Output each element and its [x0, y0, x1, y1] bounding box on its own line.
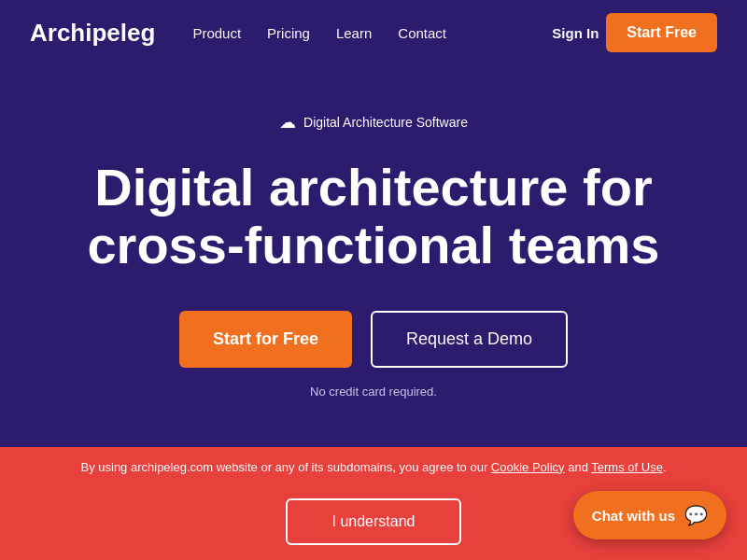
chat-label: Chat with us	[592, 508, 675, 524]
chat-bubble-icon: 💬	[684, 504, 708, 526]
nav-links: Product Pricing Learn Contact	[192, 25, 552, 41]
hero-title-line2: cross-functional teams	[87, 216, 659, 274]
understand-button[interactable]: I understand	[286, 498, 462, 545]
nav-learn[interactable]: Learn	[336, 25, 372, 41]
chat-widget[interactable]: Chat with us 💬	[573, 491, 726, 539]
start-free-nav-button[interactable]: Start Free	[606, 13, 717, 52]
cookie-policy-link[interactable]: Cookie Policy	[491, 460, 565, 474]
logo: Archipeleg	[30, 19, 155, 48]
nav-product[interactable]: Product	[192, 25, 241, 41]
navbar: Archipeleg Product Pricing Learn Contact…	[0, 0, 747, 65]
request-demo-button[interactable]: Request a Demo	[371, 311, 568, 368]
hero-buttons: Start for Free Request a Demo	[179, 311, 568, 368]
cookie-banner: By using archipeleg.com website or any o…	[0, 447, 747, 488]
nav-pricing[interactable]: Pricing	[267, 25, 310, 41]
no-credit-text: No credit card required.	[310, 385, 437, 399]
hero-title-line1: Digital architecture for	[94, 158, 652, 217]
hero-title: Digital architecture for cross-functiona…	[87, 159, 659, 273]
hero-badge-text: Digital Architecture Software	[303, 115, 468, 130]
cookie-text-before: By using archipeleg.com website or any o…	[80, 460, 490, 474]
cloud-icon: ☁	[279, 112, 296, 133]
page-wrapper: Archipeleg Product Pricing Learn Contact…	[0, 0, 747, 560]
signin-link[interactable]: Sign In	[552, 25, 599, 41]
terms-link[interactable]: Terms of Use	[591, 460, 663, 474]
cookie-text-middle: and	[565, 460, 592, 474]
cookie-text-after: .	[663, 460, 667, 474]
hero-badge: ☁ Digital Architecture Software	[279, 112, 468, 133]
start-for-free-button[interactable]: Start for Free	[179, 311, 352, 368]
nav-contact[interactable]: Contact	[398, 25, 446, 41]
hero-section: ☁ Digital Architecture Software Digital …	[0, 65, 747, 447]
